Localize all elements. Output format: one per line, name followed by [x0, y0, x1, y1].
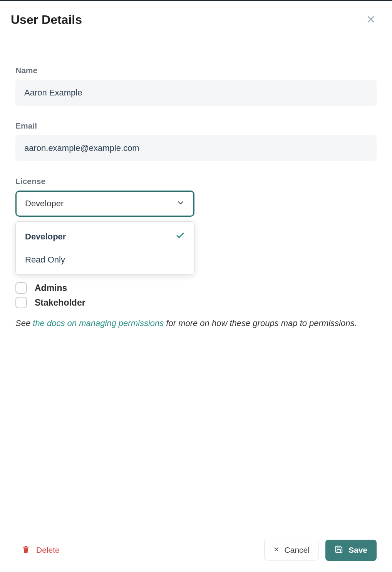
license-selected-value: Developer	[25, 199, 64, 209]
group-row-admins: Admins	[15, 282, 377, 294]
close-icon	[365, 13, 377, 26]
license-field-group: License Developer Developer	[15, 177, 377, 217]
group-row-stakeholder: Stakeholder	[15, 297, 377, 308]
name-input[interactable]	[15, 80, 377, 106]
save-icon	[335, 545, 343, 555]
save-button[interactable]: Save	[325, 540, 377, 561]
license-option-label: Read Only	[25, 255, 65, 265]
name-label: Name	[15, 66, 377, 75]
license-label: License	[15, 177, 377, 186]
cancel-button[interactable]: Cancel	[264, 540, 318, 560]
save-label: Save	[348, 545, 367, 555]
x-icon	[273, 545, 280, 555]
license-option-label: Developer	[25, 232, 66, 242]
hint-suffix: for more on how these groups map to perm…	[164, 318, 357, 328]
permissions-docs-link[interactable]: the docs on managing permissions	[33, 318, 164, 328]
close-button[interactable]	[364, 12, 378, 28]
groups-hint: See the docs on managing permissions for…	[15, 317, 377, 330]
name-field-group: Name	[15, 66, 377, 106]
footer-actions: Cancel Save	[264, 540, 377, 561]
license-option-readonly[interactable]: Read Only	[16, 249, 194, 271]
license-option-developer[interactable]: Developer	[16, 225, 194, 249]
modal-footer: Delete Cancel Save	[0, 528, 392, 572]
modal-title: User Details	[11, 13, 82, 27]
email-label: Email	[15, 121, 377, 130]
delete-label: Delete	[36, 545, 60, 555]
modal-body: Name Email License Developer Developer	[0, 48, 392, 338]
hint-prefix: See	[15, 318, 33, 328]
delete-button[interactable]: Delete	[22, 545, 60, 556]
group-label: Stakeholder	[35, 298, 85, 308]
group-checkbox-stakeholder[interactable]	[15, 297, 27, 308]
check-icon	[176, 231, 185, 243]
group-label: Admins	[35, 283, 67, 293]
user-details-modal: User Details Name Email License Develope…	[0, 1, 392, 572]
group-checkbox-admins[interactable]	[15, 282, 27, 294]
email-input[interactable]	[15, 135, 377, 161]
groups-section: Admins Stakeholder See the docs on manag…	[15, 282, 377, 330]
license-select-wrap: Developer Developer Read Only	[15, 191, 194, 217]
email-field-group: Email	[15, 121, 377, 161]
license-dropdown: Developer Read Only	[15, 221, 194, 274]
license-select[interactable]: Developer	[15, 191, 194, 217]
chevron-down-icon	[176, 199, 185, 209]
modal-header: User Details	[0, 1, 392, 48]
trash-icon	[22, 545, 30, 556]
cancel-label: Cancel	[285, 545, 310, 555]
